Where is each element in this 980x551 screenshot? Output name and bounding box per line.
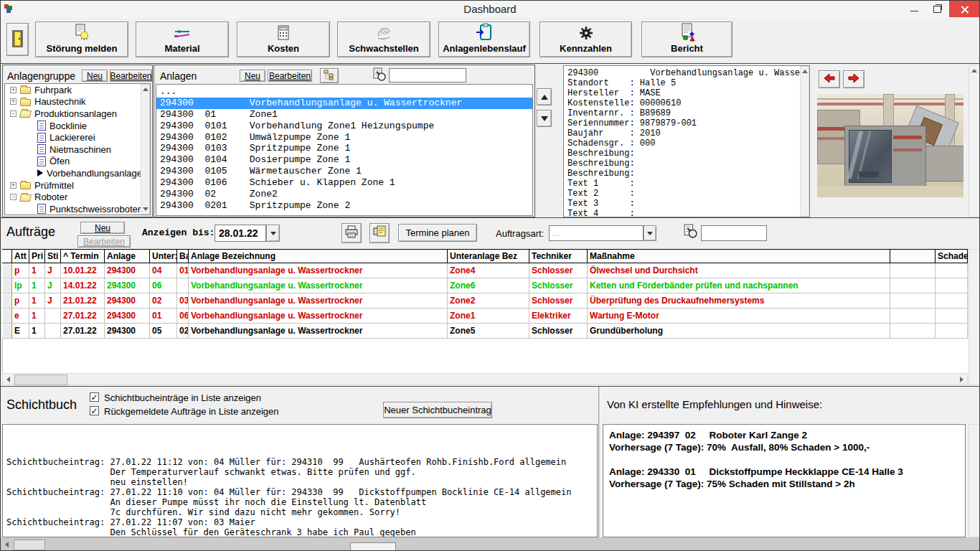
- photo-prev-button[interactable]: [819, 70, 840, 88]
- anlagen-scroll-up-button[interactable]: [537, 88, 552, 105]
- auftrag-table-row[interactable]: lp 1 J 14.01.22 294300 06 Vorbehandlungs…: [2, 278, 968, 293]
- anzeigen-bis-date-field[interactable]: 28.01.22: [215, 225, 266, 242]
- anlagengruppe-bearbeiten-button[interactable]: Bearbeiten: [110, 70, 152, 82]
- column-header[interactable]: Unteranlage Bez: [448, 249, 529, 263]
- tree-expander[interactable]: +: [10, 87, 17, 93]
- scroll-up-icon[interactable]: [143, 88, 149, 91]
- schwachstellen-button[interactable]: Schwachstellen: [337, 22, 430, 57]
- tree-expander[interactable]: [27, 123, 34, 129]
- row-selector-cell[interactable]: [2, 263, 12, 278]
- date-dropdown-button[interactable]: [266, 225, 280, 242]
- minimize-button[interactable]: [903, 1, 925, 17]
- schichtbuch-entry[interactable]: Schichtbucheintrag: 27.01.22 11:07 von: …: [6, 517, 593, 537]
- tree-expander[interactable]: -: [10, 194, 17, 200]
- tree-expander[interactable]: [27, 206, 34, 212]
- auftragsart-select[interactable]: ...: [549, 225, 644, 241]
- tree-item[interactable]: + Prüfmittel: [5, 179, 150, 192]
- tree-scrollbar[interactable]: [141, 84, 150, 215]
- tree-expander[interactable]: [27, 158, 34, 164]
- tree-item[interactable]: + Haustechnik: [5, 96, 150, 108]
- anlagen-list-item[interactable]: 294300 02 Zone2: [156, 189, 532, 200]
- tree-item[interactable]: Nietmaschinen: [5, 143, 150, 156]
- column-header[interactable]: Techniker: [529, 249, 588, 263]
- anlagen-list-item[interactable]: 294300 0104 Dosierpumpe Zone 1: [156, 154, 532, 166]
- termine-planen-button[interactable]: Termine planen: [398, 224, 477, 242]
- tree-expander[interactable]: -: [10, 110, 17, 117]
- anlagen-list-item[interactable]: 294300 Vorbehandlungsanlage u. Wassertro…: [156, 98, 532, 109]
- anlagen-list-item[interactable]: 294300 0105 Wärmetauscher Zone 1: [156, 166, 532, 177]
- tree-item[interactable]: - Produktionsanlagen: [5, 108, 150, 120]
- hscroll-thumb[interactable]: [14, 375, 67, 385]
- tree-expander[interactable]: [27, 170, 34, 176]
- anlagen-list-item[interactable]: 294300 0102 Umwälzpumpe Zone 1: [156, 132, 532, 143]
- tree-view-button[interactable]: [320, 68, 339, 83]
- auftrag-table-row[interactable]: e 1 27.01.22 294300 01 06 Vorbehandlungs…: [2, 309, 968, 324]
- schichtbucheintraege-checkbox[interactable]: ✓: [90, 392, 99, 402]
- right-scrollbar[interactable]: [969, 65, 980, 217]
- rueckgemeldete-checkbox[interactable]: ✓: [90, 406, 99, 415]
- tree-item[interactable]: Punktschweissroboter: [5, 203, 150, 215]
- column-header[interactable]: Ba: [177, 249, 189, 263]
- column-header[interactable]: Unter:: [150, 249, 177, 263]
- anlagen-search-icon[interactable]: [372, 67, 387, 85]
- column-header[interactable]: Pri: [29, 249, 45, 263]
- bericht-button[interactable]: Bericht: [641, 22, 732, 57]
- details-scrollbar[interactable]: [800, 66, 809, 217]
- scroll-left-icon[interactable]: [6, 377, 10, 382]
- schichtbuch-entry[interactable]: Schichtbucheintrag: 27.01.22 11:10 von: …: [6, 487, 593, 517]
- column-header[interactable]: Anlage: [105, 249, 150, 263]
- tree-item[interactable]: Bocklinie: [5, 120, 150, 132]
- exit-button[interactable]: [6, 23, 29, 56]
- print-preview-button[interactable]: [369, 223, 390, 243]
- column-header[interactable]: [890, 249, 936, 263]
- table-hscrollbar[interactable]: [2, 373, 968, 385]
- column-header[interactable]: Schaden: [936, 249, 968, 263]
- column-header[interactable]: ^ Termin: [61, 249, 105, 263]
- anlagen-list-item[interactable]: 294300 0103 Spritzpumpe Zone 1: [156, 143, 532, 154]
- tree-expander[interactable]: +: [10, 182, 17, 189]
- kosten-button[interactable]: Kosten: [237, 22, 330, 57]
- scroll-up-icon[interactable]: [802, 70, 808, 73]
- anlagen-neu-button[interactable]: Neu: [240, 70, 265, 82]
- tree-expander[interactable]: +: [10, 98, 17, 105]
- scroll-down-icon[interactable]: [143, 207, 149, 211]
- row-selector-cell[interactable]: [2, 309, 12, 324]
- print-button[interactable]: [341, 223, 362, 243]
- auftraege-search-input[interactable]: [701, 225, 767, 241]
- column-header[interactable]: Att: [12, 249, 29, 263]
- anlagen-search-input[interactable]: [389, 68, 466, 83]
- tree-item[interactable]: Lackiererei: [5, 131, 150, 143]
- anlagen-list-item[interactable]: 294300 0201 Spritzpumpe Zone 2: [156, 200, 532, 212]
- auftrag-table-row[interactable]: p 1 J 10.01.22 294300 04 01 Vorbehandlun…: [2, 263, 968, 278]
- schichtbuch-entry[interactable]: Schichtbucheintrag: 27.01.22 11:12 von: …: [6, 457, 593, 487]
- tree-item[interactable]: - Roboter: [5, 191, 150, 203]
- anlagengruppe-neu-button[interactable]: Neu: [82, 70, 108, 82]
- ki-scrollbar[interactable]: [969, 424, 980, 537]
- auftrag-table-row[interactable]: p 1 J 21.01.22 294300 02 03 Vorbehandlun…: [2, 293, 968, 309]
- auftragsart-dropdown-button[interactable]: [644, 225, 656, 241]
- column-header[interactable]: Anlage Bezeichnung: [189, 249, 448, 263]
- row-selector-cell[interactable]: [2, 278, 12, 293]
- close-button[interactable]: [949, 1, 980, 17]
- bottom-hscroll-thumb[interactable]: [14, 540, 45, 550]
- tree-item[interactable]: Vorbehandlungsanlagen: [5, 167, 150, 179]
- stoerung-melden-button[interactable]: Störung melden: [35, 22, 128, 57]
- scroll-right-icon[interactable]: [960, 377, 963, 382]
- auftraege-neu-button[interactable]: Neu: [80, 222, 125, 234]
- anlagen-list-item[interactable]: 294300 0101 Vorbehandlung Zone1 Heizungs…: [156, 121, 532, 132]
- anlagenlebenslauf-button[interactable]: Anlagenlebenslauf: [438, 22, 530, 57]
- scroll-left-icon[interactable]: [5, 542, 9, 547]
- auftraege-bearbeiten-button[interactable]: Bearbeiten: [77, 235, 131, 248]
- column-header[interactable]: [2, 249, 12, 263]
- auftraege-search-icon[interactable]: [683, 224, 699, 242]
- tree-item[interactable]: Öfen: [5, 156, 150, 168]
- tree-expander[interactable]: [27, 134, 34, 141]
- material-button[interactable]: Material: [136, 22, 229, 57]
- scroll-up-icon[interactable]: [971, 69, 977, 72]
- kennzahlen-button[interactable]: Kennzahlen: [540, 22, 632, 57]
- neuer-schichtbucheintrag-button[interactable]: Neuer Schichtbucheintrag: [383, 402, 492, 418]
- column-header[interactable]: Sti: [45, 249, 61, 263]
- column-header[interactable]: Maßnahme: [588, 249, 890, 263]
- row-selector-cell[interactable]: [2, 293, 12, 309]
- anlagen-list-item[interactable]: 294300 01 Zone1: [156, 109, 532, 121]
